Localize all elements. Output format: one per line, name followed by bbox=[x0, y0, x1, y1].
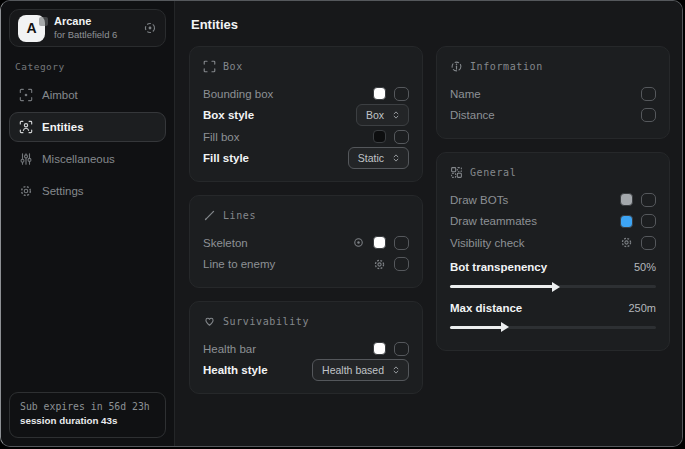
skeleton-row: Skeleton bbox=[203, 232, 409, 254]
max-distance-slider[interactable] bbox=[450, 326, 656, 329]
updown-icon bbox=[391, 365, 401, 375]
fill-box-label: Fill box bbox=[203, 131, 365, 143]
updown-icon bbox=[391, 110, 401, 120]
visibility-icon[interactable] bbox=[352, 236, 365, 249]
health-style-value: Health based bbox=[322, 364, 384, 376]
general-panel-header: General bbox=[450, 166, 656, 179]
box-panel-header: Box bbox=[203, 60, 409, 73]
distance-label: Distance bbox=[450, 109, 633, 121]
sidebar-item-aimbot[interactable]: Aimbot bbox=[9, 80, 166, 110]
health-bar-label: Health bar bbox=[203, 343, 365, 355]
box-style-dropdown[interactable]: Box bbox=[356, 104, 409, 126]
bounding-box-row: Bounding box bbox=[203, 83, 409, 105]
bot-transparency-slider-fill bbox=[450, 285, 553, 288]
panel-title: Lines bbox=[223, 210, 256, 221]
app-meta: Arcane for Battlefield 6 bbox=[54, 15, 134, 41]
line-to-enemy-label: Line to enemy bbox=[203, 258, 365, 270]
distance-row: Distance bbox=[450, 105, 656, 127]
draw-teammates-row: Draw teammates bbox=[450, 211, 656, 233]
app-logo: A bbox=[18, 15, 45, 42]
fill-style-row: Fill style Static bbox=[203, 148, 409, 170]
gear-icon[interactable] bbox=[620, 236, 633, 249]
lines-panel-header: Lines bbox=[203, 209, 409, 222]
draw-bots-row: Draw BOTs bbox=[450, 189, 656, 211]
fill-box-row: Fill box bbox=[203, 126, 409, 148]
bounding-box-color-swatch[interactable] bbox=[373, 87, 386, 100]
visibility-check-checkbox[interactable] bbox=[641, 236, 656, 250]
sidebar: A Arcane for Battlefield 6 Category Aimb… bbox=[1, 1, 175, 446]
max-distance-slider-fill bbox=[450, 326, 502, 329]
box-style-value: Box bbox=[366, 109, 384, 121]
lines-panel: Lines Skeleton Line to enemy bbox=[189, 195, 423, 288]
fill-box-color-swatch[interactable] bbox=[373, 130, 386, 143]
sidebar-item-label: Aimbot bbox=[42, 89, 78, 101]
health-bar-checkbox[interactable] bbox=[394, 342, 409, 356]
name-checkbox[interactable] bbox=[641, 87, 656, 101]
skeleton-color-swatch[interactable] bbox=[373, 236, 386, 249]
information-panel: Information Name Distance bbox=[436, 46, 670, 139]
app-subtitle: for Battlefield 6 bbox=[54, 29, 134, 41]
gear-icon bbox=[19, 184, 33, 198]
line-to-enemy-checkbox[interactable] bbox=[394, 257, 409, 271]
person-scan-icon bbox=[19, 120, 33, 134]
target-icon[interactable] bbox=[143, 21, 157, 35]
panel-title: Box bbox=[223, 61, 243, 72]
app-logo-letter: A bbox=[26, 20, 36, 36]
app-name: Arcane bbox=[54, 15, 134, 29]
main-content: Entities Box Bounding box bbox=[175, 1, 682, 446]
session-duration-text: session duration 43s bbox=[20, 414, 155, 429]
fill-style-value: Static bbox=[358, 152, 384, 164]
bot-transparency-value: 50% bbox=[634, 261, 656, 273]
draw-teammates-color-swatch[interactable] bbox=[620, 215, 633, 228]
sidebar-item-settings[interactable]: Settings bbox=[9, 176, 166, 206]
draw-bots-color-swatch[interactable] bbox=[620, 193, 633, 206]
health-bar-row: Health bar bbox=[203, 338, 409, 360]
sidebar-item-entities[interactable]: Entities bbox=[9, 112, 166, 142]
bot-transparency-group: Bot transpenency 50% bbox=[450, 257, 656, 289]
visibility-check-label: Visibility check bbox=[450, 237, 612, 249]
line-to-enemy-row: Line to enemy bbox=[203, 254, 409, 276]
health-bar-color-swatch[interactable] bbox=[373, 342, 386, 355]
health-style-row: Health style Health based bbox=[203, 360, 409, 382]
max-distance-value: 250m bbox=[628, 302, 656, 314]
sidebar-nav: Aimbot Entities Miscellaneous Settings bbox=[9, 80, 166, 206]
draw-bots-checkbox[interactable] bbox=[641, 193, 656, 207]
crosshair-icon bbox=[19, 88, 33, 102]
bot-transparency-slider[interactable] bbox=[450, 285, 656, 288]
max-distance-group: Max distance 250m bbox=[450, 297, 656, 329]
sidebar-item-label: Miscellaneous bbox=[42, 153, 115, 165]
visibility-check-row: Visibility check bbox=[450, 232, 656, 254]
info-icon bbox=[450, 60, 463, 73]
box-style-row: Box style Box bbox=[203, 105, 409, 127]
fill-box-checkbox[interactable] bbox=[394, 130, 409, 144]
distance-checkbox[interactable] bbox=[641, 108, 656, 122]
fill-style-dropdown[interactable]: Static bbox=[348, 147, 409, 169]
bot-transparency-row: Bot transpenency 50% bbox=[450, 257, 656, 279]
panel-title: Information bbox=[470, 61, 543, 72]
skeleton-checkbox[interactable] bbox=[394, 236, 409, 250]
draw-teammates-label: Draw teammates bbox=[450, 215, 612, 227]
bounding-box-label: Bounding box bbox=[203, 88, 365, 100]
skeleton-label: Skeleton bbox=[203, 237, 344, 249]
app-card: A Arcane for Battlefield 6 bbox=[9, 9, 166, 47]
right-column: Information Name Distance Gener bbox=[436, 46, 670, 351]
sidebar-item-miscellaneous[interactable]: Miscellaneous bbox=[9, 144, 166, 174]
subscription-card: Sub expires in 56d 23h session duration … bbox=[9, 392, 166, 438]
box-panel: Box Bounding box Box style Box bbox=[189, 46, 423, 182]
draw-bots-label: Draw BOTs bbox=[450, 194, 612, 206]
health-style-dropdown[interactable]: Health based bbox=[312, 359, 409, 381]
panel-title: Survivability bbox=[223, 316, 309, 327]
draw-teammates-checkbox[interactable] bbox=[641, 214, 656, 228]
heart-icon bbox=[203, 315, 216, 328]
general-panel: General Draw BOTs Draw teammates bbox=[436, 152, 670, 351]
box-corners-icon bbox=[203, 60, 216, 73]
name-row: Name bbox=[450, 83, 656, 105]
bounding-box-checkbox[interactable] bbox=[394, 87, 409, 101]
sidebar-item-label: Settings bbox=[42, 185, 84, 197]
sliders-icon bbox=[19, 152, 33, 166]
survivability-panel-header: Survivability bbox=[203, 315, 409, 328]
updown-icon bbox=[391, 153, 401, 163]
arcane-window: A Arcane for Battlefield 6 Category Aimb… bbox=[0, 0, 683, 447]
gear-icon[interactable] bbox=[373, 258, 386, 271]
grid-icon bbox=[450, 166, 463, 179]
